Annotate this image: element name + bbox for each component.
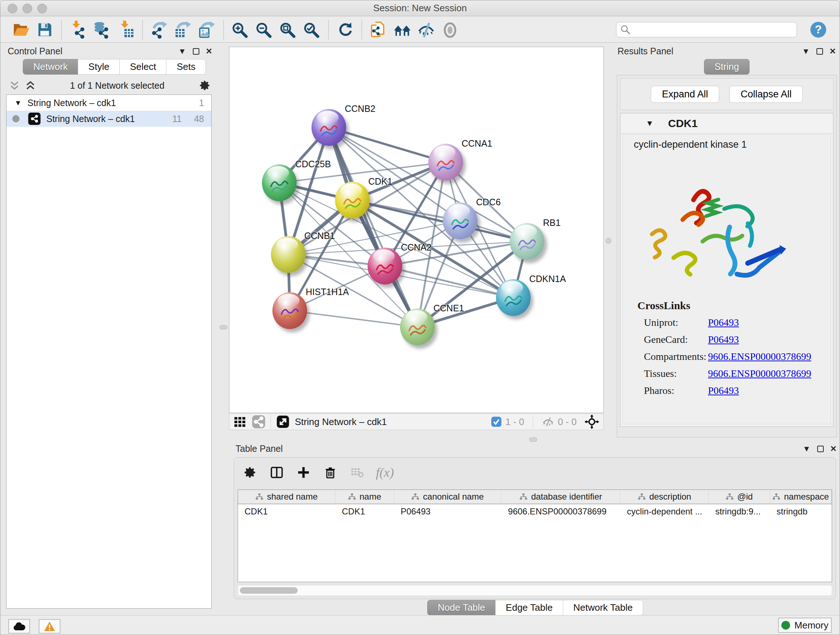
memory-button[interactable]: Memory [778,618,832,633]
cloud-status-button[interactable] [8,619,30,633]
table-float-icon[interactable] [817,446,824,452]
column-header-namespace[interactable]: namespace [770,490,832,504]
crosslink-link[interactable]: P06493 [708,385,739,402]
tab-edge-table[interactable]: Edge Table [495,600,563,616]
cdk1-entry: ▼ CDK1 cyclin-dependent kinase 1 [620,113,834,427]
network-node-CCNB2[interactable] [311,109,346,146]
tab-style[interactable]: Style [78,59,120,74]
crosslink-link[interactable]: 9606.ENSP00000378699 [708,368,811,385]
export-image-icon[interactable] [195,19,219,41]
split-panel-icon[interactable] [269,464,285,480]
open-session-icon[interactable] [9,19,33,41]
column-header-canonicalname[interactable]: canonical name [394,490,501,504]
network-node-CDC25B[interactable] [262,165,297,201]
first-neighbors-icon[interactable] [390,19,414,41]
results-close-icon[interactable]: ✕ [829,48,836,55]
network-node-CCNA2[interactable] [368,248,402,285]
crosslink-link[interactable]: P06493 [708,317,739,334]
network-options-gear-icon[interactable] [199,79,211,92]
collapse-all-icon[interactable] [25,80,36,91]
export-network-icon[interactable] [147,19,171,41]
zoom-selected-icon[interactable] [300,19,324,41]
export-table-icon[interactable] [171,19,195,41]
collapse-all-button[interactable]: Collapse All [729,86,803,103]
bottom-splitter-handle[interactable] [529,437,537,442]
crosslink-label: Compartments: [638,351,708,368]
expand-all-icon[interactable] [9,80,20,91]
network-canvas[interactable]: CCNB2CCNA1CDC25BCDK1CDC6RB1CCNB1CCNA2CDK… [229,47,604,413]
node-label-CCNB2: CCNB2 [345,103,376,114]
network-view-title: String Network – cdk1 [295,416,491,428]
table-row[interactable]: CDK1CDK1P064939606.ENSP00000378699cyclin… [238,504,832,519]
tab-string[interactable]: String [704,59,750,74]
open-in-window-icon[interactable] [276,415,290,429]
panel-close-icon[interactable]: ✕ [206,48,212,55]
table-settings-gear-icon[interactable] [242,464,258,480]
results-menu-icon[interactable]: ▼ [802,48,810,55]
left-splitter-handle[interactable] [219,325,227,329]
column-header-databaseidentifier[interactable]: database identifier [501,490,621,504]
birdseye-move-icon[interactable] [584,415,599,429]
panel-float-icon[interactable] [193,48,199,55]
table-tabs: Node TableEdge TableNetwork Table [427,600,643,616]
tab-select[interactable]: Select [119,59,166,74]
minimize-window-button[interactable] [22,4,32,13]
help-icon[interactable]: ? [809,21,827,39]
column-header-sharedname[interactable]: shared name [238,490,335,504]
import-network-icon[interactable] [66,19,90,41]
close-window-button[interactable] [8,4,17,13]
control-panel: Control Panel ▼ ✕ NetworkStyleSelectSets… [3,44,216,610]
table-cell: CDK1 [335,504,394,519]
table-close-icon[interactable]: ✕ [830,445,837,453]
panel-menu-icon[interactable]: ▼ [178,48,186,55]
search-input[interactable] [616,22,797,37]
network-node-CCNA1[interactable] [428,144,463,181]
zoom-out-icon[interactable] [252,19,276,41]
network-node-RB1[interactable] [510,223,545,260]
network-node-CDK1[interactable] [335,182,370,219]
delete-column-trash-icon[interactable] [322,464,338,480]
tab-network-table[interactable]: Network Table [563,600,643,616]
import-database-icon[interactable] [90,19,114,41]
column-header-id[interactable]: @id [709,490,770,504]
save-session-icon[interactable] [33,19,57,41]
collection-expander-icon[interactable]: ▼ [14,99,22,107]
selected-checkbox-icon[interactable] [491,416,502,427]
show-all-icon[interactable] [438,19,462,41]
expand-all-button[interactable]: Expand All [651,86,720,103]
node-table[interactable]: shared namenamecanonical namedatabase id… [238,489,832,582]
network-collection-row[interactable]: ▼ String Network – cdk1 1 [6,95,211,111]
zoom-in-icon[interactable] [228,19,252,41]
right-splitter-handle[interactable] [606,238,611,244]
crosslink-link[interactable]: P06493 [708,334,739,351]
crosslink-row: GeneCard:P06493 [638,334,811,351]
tab-node-table[interactable]: Node Table [427,600,496,616]
network-node-CDC6[interactable] [443,203,477,239]
zoom-window-button[interactable] [37,4,47,13]
refresh-network-icon[interactable] [333,19,357,41]
tab-sets[interactable]: Sets [166,59,206,74]
column-header-description[interactable]: description [621,490,709,504]
results-float-icon[interactable] [816,48,823,55]
network-node-CCNB1[interactable] [271,236,306,273]
network-node-HIST1H1A[interactable] [272,292,307,329]
entry-name: CDK1 [668,117,698,130]
hide-selected-icon[interactable] [414,19,438,41]
crosslink-link[interactable]: 9606.ENSP00000378699 [708,351,811,368]
add-column-icon[interactable] [295,464,311,480]
tab-network[interactable]: Network [23,59,78,74]
clone-network-icon[interactable] [366,19,390,41]
grid-view-icon[interactable] [234,416,246,428]
zoom-fit-icon[interactable] [276,19,300,41]
network-row[interactable]: String Network – cdk1 11 48 [6,111,211,127]
import-table-icon[interactable] [114,19,138,41]
table-hscrollbar-thumb[interactable] [240,587,298,594]
network-node-CCNE1[interactable] [400,309,435,345]
network-node-CDKN1A[interactable] [496,279,531,316]
network-share-icon[interactable] [252,415,265,429]
warning-status-button[interactable] [39,619,60,633]
table-menu-icon[interactable]: ▼ [803,445,811,453]
title-bar: Session: New Session [0,0,840,16]
column-header-name[interactable]: name [335,490,394,504]
entry-expander-icon[interactable]: ▼ [646,119,654,128]
